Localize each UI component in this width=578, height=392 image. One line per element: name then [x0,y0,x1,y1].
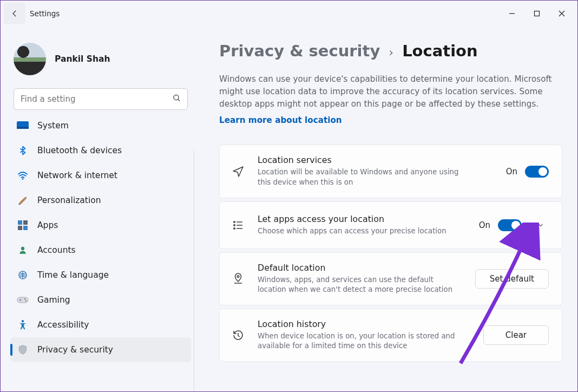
svg-point-22 [234,227,235,229]
svg-rect-1 [535,11,540,16]
card-title: Location history [258,319,471,329]
chevron-right-icon: › [387,45,395,59]
sidebar-item-label: System [37,121,69,130]
window-controls [500,3,574,24]
page-description: Windows can use your device's capabiliti… [219,73,562,110]
card-default-location: Default location Windows, apps, and serv… [219,252,562,305]
sidebar-item-personalization[interactable]: Personalization [10,188,191,213]
content: Privacy & security › Location Windows ca… [195,27,577,391]
breadcrumb: Privacy & security › Location [219,42,562,60]
svg-point-2 [174,95,179,100]
settings-cards: Location services Location will be avail… [219,145,562,362]
card-subtitle: Windows, apps, and services can use the … [258,275,463,295]
svg-point-15 [24,298,25,299]
svg-rect-5 [17,127,29,129]
close-icon [559,10,565,17]
sidebar-item-label: Gaming [37,295,70,305]
svg-point-11 [21,247,24,250]
svg-rect-9 [18,226,22,230]
svg-point-24 [237,275,239,277]
list-settings-icon [231,219,246,232]
sidebar-item-label: Time & language [37,270,109,280]
card-location-history: Location history When device location is… [219,309,562,362]
svg-point-18 [234,221,235,223]
sidebar-item-system[interactable]: System [10,117,191,138]
sidebar-item-time-language[interactable]: Time & language [10,263,191,288]
sidebar-item-label: Personalization [37,195,101,205]
card-title: Location services [258,155,494,165]
sidebar-item-accessibility[interactable]: Accessibility [10,312,191,337]
sidebar-item-network[interactable]: Network & internet [10,163,191,188]
svg-point-14 [19,299,21,301]
apps-icon [17,219,29,231]
bluetooth-icon [17,145,29,156]
accessibility-icon [17,319,29,331]
svg-point-16 [25,300,27,302]
page-title: Location [402,42,478,60]
location-arrow-icon [231,165,246,178]
avatar [14,43,46,75]
svg-line-3 [178,99,180,101]
toggle-state: On [506,167,517,177]
breadcrumb-parent[interactable]: Privacy & security [219,42,380,60]
sidebar-item-label: Bluetooth & devices [37,146,122,155]
maximize-button[interactable] [524,3,549,24]
shield-icon [17,344,29,356]
sidebar-item-label: Apps [37,220,58,230]
sidebar-item-bluetooth[interactable]: Bluetooth & devices [10,138,191,163]
card-subtitle: When device location is on, your locatio… [258,331,463,351]
map-pin-icon [231,272,246,285]
card-subtitle: Choose which apps can access your precis… [258,226,463,237]
person-icon [17,244,29,256]
nav-divider [194,150,194,391]
card-subtitle: Location will be available to Windows an… [258,167,463,187]
close-button[interactable] [549,3,574,24]
sidebar-item-apps[interactable]: Apps [10,213,191,238]
svg-rect-7 [18,220,22,225]
gamepad-icon [17,294,29,306]
card-title: Let apps access your location [258,214,467,224]
sidebar-item-gaming[interactable]: Gaming [10,288,191,312]
user-name: Pankil Shah [55,54,110,64]
minimize-icon [509,10,515,17]
location-services-toggle[interactable] [525,166,549,178]
search-icon [172,94,181,105]
svg-point-20 [234,224,235,226]
sidebar-item-privacy-security[interactable]: Privacy & security [10,337,191,362]
paintbrush-icon [17,194,29,206]
svg-rect-10 [23,226,28,230]
svg-rect-8 [23,220,28,225]
wifi-icon [17,169,29,181]
system-icon [17,120,29,132]
clear-button[interactable]: Clear [483,325,549,345]
sidebar-item-accounts[interactable]: Accounts [10,238,191,263]
expand-button[interactable] [533,217,549,233]
arrow-left-icon [10,9,19,18]
search-input[interactable] [14,88,188,110]
app-title: Settings [30,9,60,18]
search-wrap [14,88,188,110]
history-icon [231,329,246,342]
maximize-icon [534,10,540,17]
sidebar-item-label: Network & internet [37,171,117,180]
set-default-button[interactable]: Set default [475,269,549,289]
card-location-services[interactable]: Location services Location will be avail… [219,145,562,198]
card-title: Default location [258,263,463,273]
titlebar: Settings [1,1,577,27]
minimize-button[interactable] [500,3,524,24]
sidebar-item-label: Accessibility [37,320,89,330]
sidebar-item-label: Privacy & security [37,345,113,355]
user-profile[interactable]: Pankil Shah [10,33,191,88]
apps-access-toggle[interactable] [498,219,522,231]
globe-clock-icon [17,269,29,281]
sidebar-item-label: Accounts [37,245,76,255]
toggle-state: On [479,220,490,230]
svg-point-17 [22,320,24,323]
card-apps-access[interactable]: Let apps access your location Choose whi… [219,201,562,249]
sidebar: Pankil Shah System Bluetooth & devices N… [1,27,195,391]
back-button[interactable] [4,3,25,24]
learn-more-link[interactable]: Learn more about location [219,115,562,125]
svg-rect-13 [17,297,28,303]
nav: System Bluetooth & devices Network & int… [10,117,191,391]
svg-point-6 [22,178,24,180]
